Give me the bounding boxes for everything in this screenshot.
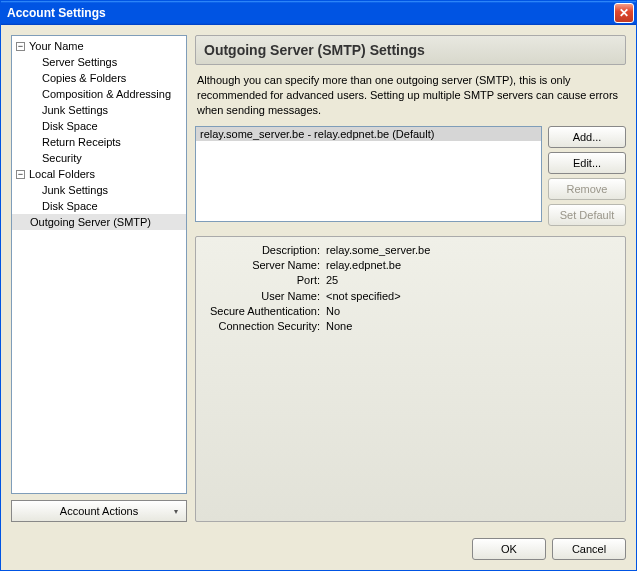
collapse-icon[interactable]: − xyxy=(16,170,25,179)
tree-item-security[interactable]: Security xyxy=(12,150,186,166)
tree-item-junk-settings-local[interactable]: Junk Settings xyxy=(12,182,186,198)
close-icon: ✕ xyxy=(619,6,629,20)
tree-item-return-receipts[interactable]: Return Receipts xyxy=(12,134,186,150)
detail-value: relay.some_server.be xyxy=(326,243,430,258)
tree-item-disk-space-local[interactable]: Disk Space xyxy=(12,198,186,214)
list-item-label: relay.some_server.be - relay.edpnet.be (… xyxy=(200,128,434,140)
chevron-down-icon: ▾ xyxy=(174,507,178,516)
add-button[interactable]: Add... xyxy=(548,126,626,148)
tree-item-junk-settings[interactable]: Junk Settings xyxy=(12,102,186,118)
account-actions-label: Account Actions xyxy=(60,505,138,517)
detail-value: <not specified> xyxy=(326,289,401,304)
detail-server-name: Server Name: relay.edpnet.be xyxy=(204,258,617,273)
tree-item-disk-space[interactable]: Disk Space xyxy=(12,118,186,134)
tree-account-local-folders[interactable]: − Local Folders xyxy=(12,166,186,182)
tree-item-server-settings[interactable]: Server Settings xyxy=(12,54,186,70)
panel-title: Outgoing Server (SMTP) Settings xyxy=(195,35,626,65)
detail-description: Description: relay.some_server.be xyxy=(204,243,617,258)
collapse-icon[interactable]: − xyxy=(16,42,25,51)
window: Account Settings ✕ − Your Name Server Se… xyxy=(0,0,637,571)
account-tree[interactable]: − Your Name Server Settings Copies & Fol… xyxy=(11,35,187,494)
account-actions-button[interactable]: Account Actions ▾ xyxy=(11,500,187,522)
tree-label: Your Name xyxy=(29,40,84,52)
detail-port: Port: 25 xyxy=(204,273,617,288)
panel-description: Although you can specify more than one o… xyxy=(195,65,626,126)
close-button[interactable]: ✕ xyxy=(614,3,634,23)
window-title: Account Settings xyxy=(7,6,614,20)
detail-value: 25 xyxy=(326,273,338,288)
smtp-details: Description: relay.some_server.be Server… xyxy=(195,236,626,522)
sidebar: − Your Name Server Settings Copies & Fol… xyxy=(11,35,187,522)
main-panel: Outgoing Server (SMTP) Settings Although… xyxy=(195,35,626,522)
titlebar: Account Settings ✕ xyxy=(1,1,636,25)
tree-account-your-name[interactable]: − Your Name xyxy=(12,38,186,54)
tree-label: Outgoing Server (SMTP) xyxy=(30,216,151,228)
tree-item-composition[interactable]: Composition & Addressing xyxy=(12,86,186,102)
smtp-list-area: relay.some_server.be - relay.edpnet.be (… xyxy=(195,126,626,226)
detail-conn-security: Connection Security: None xyxy=(204,319,617,334)
remove-button: Remove xyxy=(548,178,626,200)
smtp-server-item[interactable]: relay.some_server.be - relay.edpnet.be (… xyxy=(196,127,541,141)
detail-user-name: User Name: <not specified> xyxy=(204,289,617,304)
detail-value: None xyxy=(326,319,352,334)
tree-label: Local Folders xyxy=(29,168,95,180)
dialog-body: − Your Name Server Settings Copies & Fol… xyxy=(1,25,636,532)
set-default-button: Set Default xyxy=(548,204,626,226)
dialog-footer: OK Cancel xyxy=(1,532,636,570)
detail-value: relay.edpnet.be xyxy=(326,258,401,273)
smtp-buttons: Add... Edit... Remove Set Default xyxy=(548,126,626,226)
tree-item-copies-folders[interactable]: Copies & Folders xyxy=(12,70,186,86)
smtp-server-list[interactable]: relay.some_server.be - relay.edpnet.be (… xyxy=(195,126,542,222)
cancel-button[interactable]: Cancel xyxy=(552,538,626,560)
edit-button[interactable]: Edit... xyxy=(548,152,626,174)
detail-secure-auth: Secure Authentication: No xyxy=(204,304,617,319)
ok-button[interactable]: OK xyxy=(472,538,546,560)
tree-item-outgoing-smtp[interactable]: Outgoing Server (SMTP) xyxy=(12,214,186,230)
detail-value: No xyxy=(326,304,340,319)
